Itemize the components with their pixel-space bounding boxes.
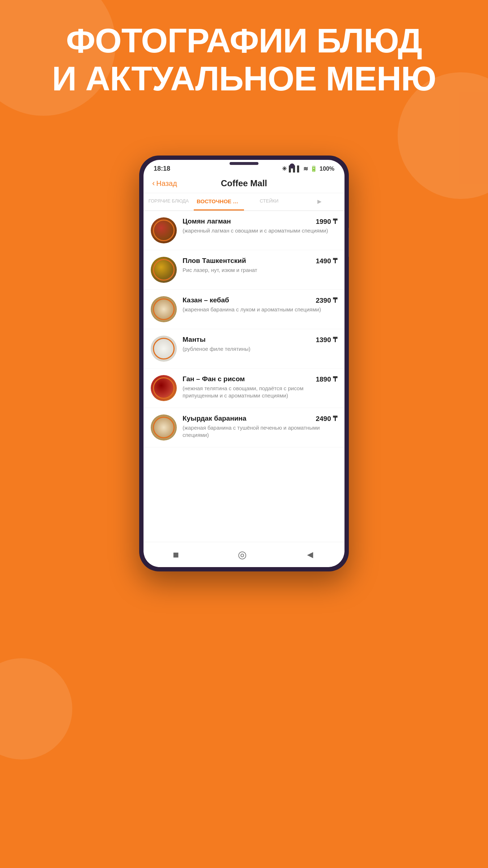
food-circle	[153, 338, 175, 359]
menu-item-description: (жаренная баранина с луком и ароматными …	[183, 306, 337, 313]
menu-item-top: Куырдак баранина 2490 ₸	[183, 414, 337, 423]
menu-item-image	[151, 336, 177, 362]
menu-item-price: 2490 ₸	[316, 414, 337, 423]
battery-percent: 100%	[320, 166, 334, 172]
menu-item-info: Цомян лагман 1990 ₸ (жаренный лагман с о…	[183, 217, 337, 234]
menu-item[interactable]: Плов Ташкентский 1490 ₸ Рис лазер, нут, …	[144, 250, 344, 290]
food-circle	[153, 220, 175, 241]
back-label: Назад	[156, 179, 177, 188]
tab-hot-dishes[interactable]: ГОРЯЧИЕ БЛЮДА	[144, 193, 194, 210]
menu-item-info: Куырдак баранина 2490 ₸ (жареная баранин…	[183, 414, 337, 438]
menu-item[interactable]: Ган – Фан с рисом 1890 ₸ (нежная телятин…	[144, 369, 344, 408]
tab-steaks[interactable]: СТЕЙКИ	[244, 193, 294, 210]
menu-item-top: Плов Ташкентский 1490 ₸	[183, 257, 337, 265]
wifi-icon: ≋	[303, 165, 308, 172]
bg-decoration-circle-bl	[0, 658, 72, 760]
menu-item-image	[151, 217, 177, 243]
food-circle	[153, 417, 175, 438]
phone-speaker	[230, 162, 258, 165]
nav-back-icon[interactable]: ◄	[305, 549, 315, 561]
tab-more[interactable]: ▶	[294, 193, 344, 210]
phone-screen: 18:18 ✳ ▌▌▌ ≋ 🔋 100% ‹ Назад Coffee Mall	[144, 160, 344, 567]
menu-item-image	[151, 414, 177, 441]
menu-item-name: Куырдак баранина	[183, 414, 313, 422]
phone-frame: 18:18 ✳ ▌▌▌ ≋ 🔋 100% ‹ Назад Coffee Mall	[139, 156, 349, 571]
menu-item[interactable]: Казан – кебаб 2390 ₸ (жаренная баранина …	[144, 290, 344, 329]
menu-item-price: 1890 ₸	[316, 375, 337, 383]
menu-item-info: Плов Ташкентский 1490 ₸ Рис лазер, нут, …	[183, 257, 337, 274]
tab-eastern-menu[interactable]: ВОСТОЧНОЕ МЕНЮ	[194, 193, 244, 210]
hero-title: ФОТОГРАФИИ БЛЮД И АКТУАЛЬНОЕ МЕНЮ	[0, 22, 488, 97]
menu-item-top: Манты 1390 ₸	[183, 336, 337, 344]
menu-item-top: Ган – Фан с рисом 1890 ₸	[183, 375, 337, 383]
hero-title-line1: ФОТОГРАФИИ БЛЮД	[22, 22, 466, 60]
menu-item-description: Рис лазер, нут, изюм и гранат	[183, 267, 337, 274]
back-button[interactable]: ‹ Назад	[152, 179, 177, 188]
tabs-container: ГОРЯЧИЕ БЛЮДА ВОСТОЧНОЕ МЕНЮ СТЕЙКИ ▶	[144, 193, 344, 211]
menu-item-price: 2390 ₸	[316, 296, 337, 305]
nav-square-icon[interactable]: ■	[173, 549, 179, 561]
food-circle	[153, 377, 175, 399]
menu-item-name: Ган – Фан с рисом	[183, 375, 313, 383]
bottom-nav: ■ ◎ ◄	[144, 542, 344, 567]
phone-camera	[290, 163, 295, 169]
menu-item[interactable]: Куырдак баранина 2490 ₸ (жареная баранин…	[144, 408, 344, 447]
menu-item-name: Плов Ташкентский	[183, 257, 313, 265]
page-title: Coffee Mall	[221, 178, 267, 188]
menu-item-top: Казан – кебаб 2390 ₸	[183, 296, 337, 305]
phone-side-button	[348, 228, 349, 257]
menu-item-price: 1990 ₸	[316, 217, 337, 226]
food-circle	[153, 298, 175, 320]
menu-item-top: Цомян лагман 1990 ₸	[183, 217, 337, 226]
status-time: 18:18	[154, 165, 170, 173]
food-circle	[153, 259, 175, 281]
menu-list: Цомян лагман 1990 ₸ (жаренный лагман с о…	[144, 211, 344, 560]
menu-item[interactable]: Манты 1390 ₸ (рубленое филе телятины)	[144, 329, 344, 369]
nav-home-icon[interactable]: ◎	[238, 549, 247, 561]
menu-item-name: Манты	[183, 336, 313, 344]
menu-item-info: Казан – кебаб 2390 ₸ (жаренная баранина …	[183, 296, 337, 313]
back-chevron-icon: ‹	[152, 179, 155, 188]
menu-item-image	[151, 257, 177, 283]
battery-icon: 🔋	[310, 165, 317, 172]
menu-item[interactable]: Цомян лагман 1990 ₸ (жаренный лагман с о…	[144, 211, 344, 250]
menu-item-price: 1490 ₸	[316, 257, 337, 265]
menu-item-info: Ган – Фан с рисом 1890 ₸ (нежная телятин…	[183, 375, 337, 399]
menu-item-price: 1390 ₸	[316, 336, 337, 344]
menu-item-description: (нежная телятина с овощами, подаётся с р…	[183, 385, 337, 399]
menu-item-name: Казан – кебаб	[183, 296, 313, 304]
phone-mockup: 18:18 ✳ ▌▌▌ ≋ 🔋 100% ‹ Назад Coffee Mall	[139, 156, 349, 807]
bluetooth-icon: ✳	[282, 165, 287, 172]
menu-item-name: Цомян лагман	[183, 217, 313, 225]
menu-item-description: (жареная баранина с тушёной печенью и ар…	[183, 424, 337, 438]
hero-title-line2: И АКТУАЛЬНОЕ МЕНЮ	[22, 60, 466, 98]
menu-item-description: (жаренный лагман с овощами и с ароматным…	[183, 227, 337, 234]
menu-item-description: (рубленое филе телятины)	[183, 345, 337, 353]
nav-header: ‹ Назад Coffee Mall	[144, 175, 344, 193]
menu-item-image	[151, 375, 177, 401]
menu-item-info: Манты 1390 ₸ (рубленое филе телятины)	[183, 336, 337, 353]
menu-item-image	[151, 296, 177, 322]
